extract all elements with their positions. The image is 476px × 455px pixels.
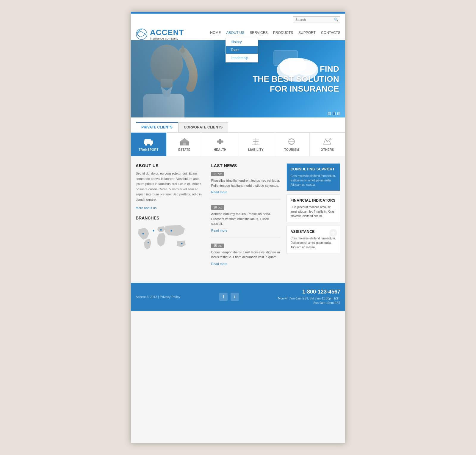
tab-corporate-clients[interactable]: CORPORATE CLIENTS: [178, 122, 228, 132]
news-link-1[interactable]: Read more: [211, 229, 227, 232]
health-label: HEALTH: [214, 148, 227, 151]
consulting-text: Cras molestie eleifend fermentum. Estibu…: [290, 174, 336, 187]
footer-copyright: Accent © 2013 | Privacy Policy: [136, 295, 180, 299]
tabs-section: PRIVATE CLIENTS CORPORATE CLIENTS: [131, 117, 345, 132]
footer: Accent © 2013 | Privacy Policy f t 1-800…: [131, 283, 345, 311]
hero-text: FIND THE BEST SOLUTION FOR INSURANCE: [253, 64, 339, 94]
icon-cell-tourism[interactable]: TOURISM: [274, 133, 310, 156]
main-nav: HOME ABOUT US SERVICES PRODUCTS SUPPORT …: [210, 29, 340, 39]
assistance-icon: [329, 228, 338, 237]
health-icon: [215, 137, 226, 146]
logo-text-area: ACCENT insurance company: [150, 29, 184, 40]
liability-icon: [250, 137, 261, 146]
others-label: OTHERS: [321, 148, 334, 151]
news-item-1: 20 oct Aenean nonumy mauris. Phasellus p…: [211, 204, 281, 238]
svg-rect-13: [274, 51, 298, 65]
nav-products[interactable]: PRODUCTS: [273, 29, 293, 36]
world-map: [136, 223, 189, 253]
icon-cell-transport[interactable]: TRANSPORT: [131, 133, 167, 156]
financial-title: FINANCIAL INDICATORS: [290, 198, 336, 203]
icon-cell-others[interactable]: OTHERS: [310, 133, 345, 156]
col-right: CONSULTING SUPPORT Cras molestie eleifen…: [286, 163, 340, 276]
news-item-0: 21 oct Phasellus fringilla hendrerit lec…: [211, 171, 281, 200]
hero-dots: [328, 112, 340, 115]
dropdown-team[interactable]: Team: [226, 46, 258, 54]
top-bar: 🔍: [131, 13, 345, 25]
svg-point-36: [153, 230, 154, 231]
nav-home[interactable]: HOME: [210, 29, 221, 36]
hero-line3: FOR INSURANCE: [270, 84, 339, 93]
svg-rect-22: [217, 140, 223, 142]
nav-services[interactable]: SERVICES: [250, 29, 267, 36]
svg-point-16: [145, 143, 147, 145]
card-financial: FINANCIAL INDICATORS Duis placerat rhonc…: [286, 194, 340, 222]
transport-icon: [143, 137, 154, 146]
footer-phone: 1-800-123-4567: [278, 289, 340, 295]
hero-dot-2[interactable]: [333, 112, 336, 115]
icon-cell-health[interactable]: HEALTH: [202, 133, 238, 156]
icon-cell-liability[interactable]: LIABILITY: [238, 133, 274, 156]
news-link-2[interactable]: Read more: [211, 262, 227, 266]
liability-label: LIABILITY: [248, 148, 264, 151]
logo-title: ACCENT: [150, 29, 184, 36]
hero-dot-3[interactable]: [337, 112, 340, 115]
tourism-icon: [286, 137, 297, 146]
nav-about-us[interactable]: ABOUT US: [226, 29, 244, 36]
dropdown-history[interactable]: History: [226, 38, 258, 46]
header: ACCENT insurance company HOME ABOUT US S…: [131, 25, 345, 40]
svg-point-40: [148, 242, 149, 243]
news-item-2: 15 oct Donec tempor libero ut nisl lacin…: [211, 243, 281, 271]
icon-cell-estate[interactable]: ESTATE: [167, 133, 202, 156]
news-text-0: Phasellus fringilla hendrerit lectus nec…: [211, 178, 281, 188]
svg-point-37: [160, 229, 162, 230]
estate-label: ESTATE: [178, 148, 190, 151]
consulting-title: CONSULTING SUPPORT: [290, 167, 336, 171]
tab-private-clients[interactable]: PRIVATE CLIENTS: [136, 122, 178, 132]
hero-line2: THE BEST SOLUTION: [253, 74, 339, 83]
svg-rect-19: [183, 143, 186, 145]
search-icon: 🔍: [334, 18, 339, 22]
search-box[interactable]: 🔍: [293, 16, 340, 23]
logo-icon: [136, 28, 148, 40]
about-us-link[interactable]: More about us: [136, 206, 156, 210]
twitter-button[interactable]: t: [231, 293, 239, 301]
hero-line1: FIND: [320, 64, 339, 73]
card-assistance: ASSISTANCE Cras molestie eleifend fermen…: [286, 226, 340, 253]
branches-title: BRANCHES: [136, 216, 205, 220]
search-input[interactable]: [295, 18, 334, 21]
col-mid: LAST NEWS 21 oct Phasellus fringilla hen…: [211, 163, 281, 276]
about-us-title: ABOUT US: [136, 163, 205, 168]
hero-person-image: [131, 40, 214, 117]
facebook-button[interactable]: f: [219, 293, 228, 301]
svg-marker-20: [180, 138, 189, 142]
news-date-2: 15 oct: [211, 244, 224, 248]
logo-area: ACCENT insurance company: [136, 28, 184, 40]
icon-grid: TRANSPORT ESTATE HEALTH: [131, 132, 345, 156]
logo-subtitle: insurance company: [150, 37, 184, 40]
news-date-0: 21 oct: [211, 172, 224, 176]
news-title: LAST NEWS: [211, 163, 281, 168]
dropdown-leadership[interactable]: Leadership: [226, 54, 258, 62]
news-link-0[interactable]: Read more: [211, 190, 227, 194]
svg-rect-15: [144, 139, 151, 142]
content-area: ABOUT US Sed id dui dolor, eu consectetu…: [131, 156, 345, 283]
about-us-dropdown: History Team Leadership: [226, 38, 258, 62]
card-consulting: CONSULTING SUPPORT Cras molestie eleifen…: [286, 163, 340, 191]
tourism-label: TOURISM: [284, 148, 299, 151]
news-text-2: Donec tempor libero ut nisl lacinia vel …: [211, 250, 281, 260]
nav-contacts[interactable]: CONTACTS: [321, 29, 340, 36]
svg-point-17: [150, 143, 152, 145]
nav-support[interactable]: SUPPORT: [298, 29, 316, 36]
news-date-1: 20 oct: [211, 205, 224, 210]
footer-social: f t: [219, 293, 239, 301]
about-us-body: Sed id dui dolor, eu consectetur dui. Et…: [136, 171, 205, 203]
hero-dot-1[interactable]: [328, 112, 331, 115]
svg-point-38: [171, 230, 172, 231]
footer-right: 1-800-123-4567 Mon-Fri 7am-1am EST, Sat …: [278, 289, 340, 305]
assistance-text: Cras molestie eleifend fermentum. Estibu…: [290, 236, 336, 250]
footer-hours: Mon-Fri 7am-1am EST, Sat 7am-11:30pm EST…: [278, 296, 340, 305]
others-icon: [322, 137, 333, 146]
tab-buttons: PRIVATE CLIENTS CORPORATE CLIENTS: [136, 122, 340, 132]
svg-point-35: [143, 233, 144, 234]
transport-label: TRANSPORT: [139, 148, 159, 151]
